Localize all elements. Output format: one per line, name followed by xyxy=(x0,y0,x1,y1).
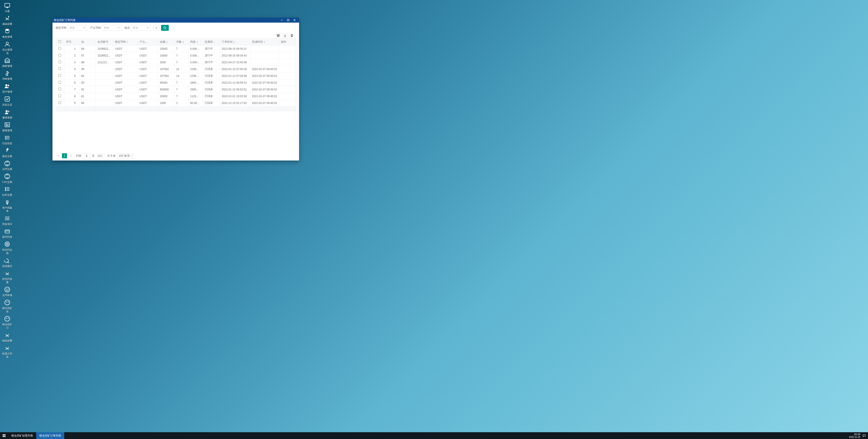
desktop-icon-user-risk-rate[interactable]: 用户风险率 xyxy=(1,199,13,213)
table-row[interactable]: 584USDTUSDT107592142259...已结束2022-01-12 … xyxy=(55,73,296,79)
row-checkbox[interactable] xyxy=(58,67,61,70)
table-row[interactable]: 485USDTUSDT107592142259...已结束2022-01-12 … xyxy=(55,66,296,73)
table-row[interactable]: 1883108922...USDTUSDT1000070.000...进行中20… xyxy=(55,45,296,52)
table-row[interactable]: 881USDTUSDT2000071120...已结束2022-01-01 19… xyxy=(55,93,296,100)
tray-chat-icon[interactable] xyxy=(863,434,866,437)
desktop-icon-user-management[interactable]: 用户管理 xyxy=(1,83,13,94)
desktop-icon-merchant-management[interactable]: 商家管理 xyxy=(1,57,13,68)
pager-next[interactable]: > xyxy=(68,153,73,158)
col-amount[interactable]: 金额 xyxy=(158,39,174,45)
col-member[interactable]: 会员账号 xyxy=(96,39,113,45)
table-row[interactable]: 980USDTUSDT1000260.00...已结束2021-12-15 02… xyxy=(55,100,296,106)
col-finish-time[interactable]: 完成时间 xyxy=(250,39,279,45)
second-contract-trade-icon xyxy=(4,241,10,247)
cell-lock-coin: USDT xyxy=(113,100,137,106)
desktop-icon-withdraw-list[interactable]: 提币列表 xyxy=(1,228,13,239)
svg-point-43 xyxy=(5,300,10,305)
desktop-icon-c2c-trade[interactable]: C2C交易 xyxy=(1,173,13,184)
desktop-icon-second-contract-trade[interactable]: 秒合约交易 xyxy=(1,241,13,255)
desktop-icon-deposit-apply[interactable]: 充币申请 xyxy=(1,286,13,297)
desktop-icon-label: 资金流水 xyxy=(1,223,13,226)
table-row[interactable]: 782USDTUSDT50000072800...已结束2022-01-12 0… xyxy=(55,86,296,93)
row-checkbox[interactable] xyxy=(58,47,61,50)
select-all-header[interactable] xyxy=(55,39,64,45)
pager-confirm-button[interactable]: 确定 xyxy=(96,153,104,158)
table-row[interactable]: 386121213...USDTUSDT200070.000...进行中2022… xyxy=(55,59,296,66)
search-button[interactable] xyxy=(161,25,169,31)
col-seq[interactable]: 序号 xyxy=(64,39,80,45)
desktop-icon-robot-list[interactable]: 机器人列表 xyxy=(1,345,13,359)
log-info-icon xyxy=(4,135,10,141)
svg-point-42 xyxy=(8,289,9,290)
titlebar[interactable]: 锁仓挖矿订单列表 xyxy=(53,18,299,23)
row-checkbox[interactable] xyxy=(58,74,61,77)
desktop: 主题基础设置角色管理后台管理员商家管理币种管理用户管理实名认证邀请返佣新闻管理日… xyxy=(0,0,868,439)
table-row[interactable]: 683USDTUSDT5000072800...已结束2022-01-12 06… xyxy=(55,79,296,86)
desktop-icon-fund-flow[interactable]: 资金流水 xyxy=(1,215,13,226)
taskbar-clock[interactable]: 09:36 2022-6-15 xyxy=(849,433,860,438)
desktop-icon-fiat-trade[interactable]: 法币交易 xyxy=(1,160,13,171)
svg-rect-64 xyxy=(3,436,4,437)
desktop-icon-backend-admin[interactable]: 后台管理员 xyxy=(1,41,13,55)
desktop-icon-matching-trade[interactable]: 撮合交易 xyxy=(1,147,13,158)
maximize-button[interactable] xyxy=(285,18,291,23)
wallet-setting-icon xyxy=(4,332,10,338)
cell-seq: 2 xyxy=(64,52,80,59)
cell-days: 7 xyxy=(174,45,188,52)
svg-point-44 xyxy=(6,302,7,302)
start-button[interactable] xyxy=(0,432,8,439)
desktop-icon-leverage-trade[interactable]: 杠杆交易 xyxy=(1,186,13,197)
select-all-checkbox[interactable] xyxy=(58,40,61,43)
cell-id: 80 xyxy=(80,100,96,106)
desktop-icon-log-info[interactable]: 日志信息 xyxy=(1,135,13,145)
desktop-icon-lock-mining-order[interactable]: 锁仓挖矿订 xyxy=(1,315,13,330)
col-id[interactable]: ID xyxy=(80,39,96,45)
cell-amount: 500000 xyxy=(158,86,174,93)
row-checkbox[interactable] xyxy=(58,54,61,57)
export-button[interactable] xyxy=(282,33,288,38)
desktop-icon-complaint-suggestion[interactable]: 投诉建议 xyxy=(1,257,13,268)
row-checkbox[interactable] xyxy=(58,101,61,104)
desktop-icon-second-contract-setting[interactable]: 秒合约设置 xyxy=(1,270,13,284)
minimize-button[interactable] xyxy=(279,18,285,23)
row-checkbox[interactable] xyxy=(58,95,61,97)
desktop-icon-lock-mining-setting[interactable]: 锁仓挖矿设 xyxy=(1,299,13,313)
col-interest[interactable]: 利息 xyxy=(188,39,203,45)
desktop-icon-coin-management[interactable]: 币种管理 xyxy=(1,70,13,81)
c2c-trade-icon xyxy=(4,173,10,179)
desktop-icon-news-management[interactable]: 新闻管理 xyxy=(1,122,13,132)
row-checkbox[interactable] xyxy=(58,81,61,83)
desktop-icon-basic-settings[interactable]: 基础设置 xyxy=(1,15,13,26)
col-status[interactable]: 交易状态... xyxy=(203,39,220,45)
print-button[interactable] xyxy=(289,33,294,38)
filter-more-button[interactable] xyxy=(153,25,159,31)
desktop-icon-role-management[interactable]: 角色管理 xyxy=(1,28,13,39)
desktop-icon-invite-rebate[interactable]: 邀请返佣 xyxy=(1,109,13,120)
cell-days: 7 xyxy=(174,52,188,59)
col-order-time[interactable]: 下单时间 xyxy=(220,39,250,45)
taskbar-task-mining-orders[interactable]: 锁仓挖矿订单列表 xyxy=(36,432,64,439)
row-checkbox[interactable] xyxy=(58,88,61,91)
desktop-icon-wallet-setting[interactable]: 钱包设置 xyxy=(1,332,13,342)
filter-lock-coin-select[interactable]: 所有 xyxy=(67,25,87,31)
col-days[interactable]: 天数 xyxy=(174,39,188,45)
pager-size-select[interactable]: 100 条/页 xyxy=(117,153,134,158)
cell-interest: 0.000... xyxy=(188,45,203,52)
taskbar-task-mining-setting[interactable]: 锁仓挖矿设置列表 xyxy=(8,432,36,439)
close-button[interactable] xyxy=(291,18,298,23)
filter-out-coin-select[interactable]: 所有 xyxy=(102,25,121,31)
desktop-icon-theme[interactable]: 主题 xyxy=(1,2,13,13)
row-checkbox[interactable] xyxy=(58,61,61,63)
pager-prev[interactable]: < xyxy=(56,153,61,158)
filter-status-select[interactable]: 所有 xyxy=(131,25,150,31)
desktop-icon-real-name-auth[interactable]: 实名认证 xyxy=(1,96,13,106)
cell-finish-time xyxy=(250,52,279,59)
col-lock-coin[interactable]: 锁定币种 xyxy=(113,39,137,45)
cell-out-coin: USDT xyxy=(137,93,158,100)
col-out-coin[interactable]: 产出... xyxy=(137,39,158,45)
table-row[interactable]: 2873108922...USDTUSDT1000070.000...进行中20… xyxy=(55,52,296,59)
columns-button[interactable] xyxy=(276,33,281,38)
svg-point-3 xyxy=(6,42,8,44)
pager-page-1[interactable]: 1 xyxy=(62,153,67,158)
pager-goto-input[interactable] xyxy=(83,153,91,158)
